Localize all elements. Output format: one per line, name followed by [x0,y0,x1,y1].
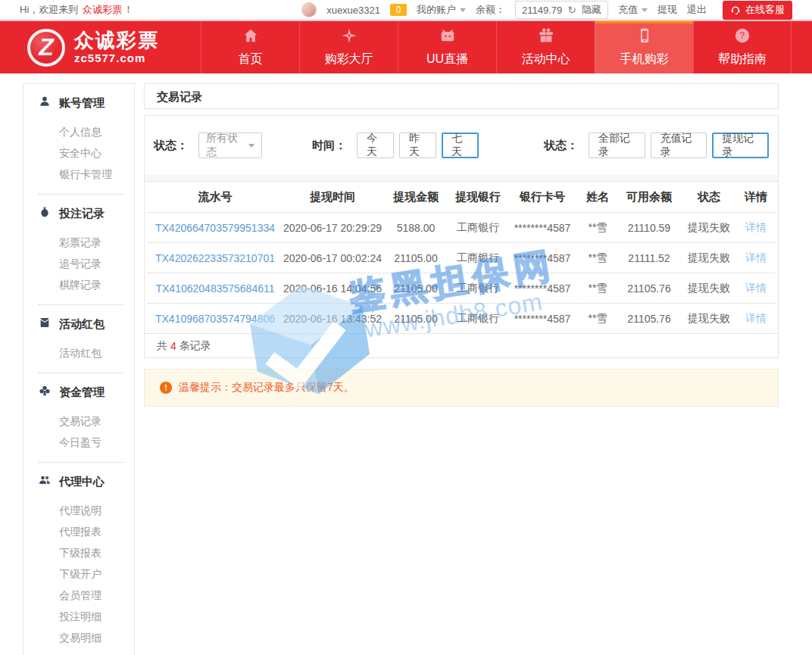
sidebar-item-lottery-records[interactable]: 彩票记录 [39,232,123,253]
refresh-icon[interactable]: ↻ [567,5,576,15]
hide-balance-link[interactable]: 隐藏 [582,3,601,17]
cell-bank: 工商银行 [449,221,507,235]
recharge-menu[interactable]: 充值 [618,3,648,17]
nav-item-uu-live[interactable]: UU直播 [398,21,496,73]
nav-item-help-guide[interactable]: ?帮助指南 [693,21,792,73]
sidebar-section-items: 活动红包 [39,342,123,363]
column-header: 姓名 [578,190,617,204]
sidebar-item-member-manage[interactable]: 会员管理 [39,585,123,606]
cell-time: 2020-06-16 14:04:56 [283,282,383,295]
serial-link[interactable]: TX420664703579951334 [148,222,283,234]
cell-amount: 21105.00 [383,252,449,264]
nav-item-label: 购彩大厅 [325,51,373,67]
my-account-menu[interactable]: 我的账户 [417,3,466,17]
serial-link[interactable]: TX410620483575684611 [148,282,283,295]
brand-name[interactable]: 众诚彩票 [83,4,122,15]
sidebar-item-today-pnl[interactable]: 今日盈亏 [39,432,123,453]
sidebar-item-bet-details[interactable]: 投注明细 [39,606,123,627]
record-count-suffix: 条记录 [180,339,211,353]
sidebar-section-head-account[interactable]: 账号管理 [39,95,123,111]
records-table: 流水号提现时间提现金额提现银行银行卡号姓名可用余额状态详情 TX42066470… [145,182,778,333]
status-select[interactable]: 所有状态 [198,133,262,158]
table-header: 流水号提现时间提现金额提现银行银行卡号姓名可用余额状态详情 [148,182,775,212]
type-filter-withdraw-records[interactable]: 提现记录 [712,133,769,158]
cell-card: ********4587 [507,222,578,234]
sidebar-section-head-redpacket[interactable]: 活动红包 [39,317,123,332]
sidebar-section-items: 交易记录今日盈亏 [39,410,123,453]
logo-title: 众诚彩票 [74,30,159,51]
sidebar-item-transaction-details[interactable]: 交易明细 [39,627,123,648]
message-count-badge[interactable]: 0 [390,4,407,16]
records-panel: 状态： 所有状态 时间： 今天昨天七天 状态： 全部记录充值记录提现记录 流水号… [144,115,779,358]
time-filter-seven-days[interactable]: 七天 [442,133,479,158]
detail-link[interactable]: 详情 [737,251,775,265]
table-row: TX4206647035799513342020-06-17 20:29:295… [148,212,775,242]
cell-status: 提现失败 [681,251,737,265]
detail-link[interactable]: 详情 [737,282,775,295]
column-header: 提现金额 [383,190,449,204]
cell-card: ********4587 [507,313,578,325]
red-envelope-icon [39,317,51,332]
serial-link[interactable]: TX410968703574794806 [148,313,283,325]
sidebar-item-chase-records[interactable]: 追号记录 [39,253,123,274]
cell-bank: 工商银行 [449,251,507,265]
navbar: Z 众诚彩票 zc5577.com 首页购彩大厅UU直播活动中心手机购彩?帮助指… [0,21,812,73]
nav-item-label: UU直播 [426,51,468,67]
home-icon [242,27,259,47]
sidebar-item-subordinate-open[interactable]: 下级开户 [39,563,123,585]
cell-status: 提现失败 [681,312,737,326]
funds-icon [39,385,51,400]
column-header: 提现银行 [449,190,507,204]
sidebar-section-title: 账号管理 [59,96,105,111]
gift-icon [538,27,554,47]
divider [145,175,778,182]
sidebar-section-title: 投注记录 [59,207,105,221]
sidebar-item-agent-report[interactable]: 代理报表 [39,521,123,542]
sidebar-section-head-agent[interactable]: 代理中心 [39,474,123,489]
cell-time: 2020-06-17 20:29:29 [283,222,383,234]
type-filter-label: 状态： [544,139,578,153]
page-title: 交易记录 [144,83,779,109]
sidebar-item-bank-cards[interactable]: 银行卡管理 [39,164,123,185]
nav-item-mobile-lottery[interactable]: 手机购彩 [595,21,693,73]
sidebar-item-transaction-records[interactable]: 交易记录 [39,410,123,432]
nav-item-lottery-hall[interactable]: 购彩大厅 [299,21,398,73]
customer-service-button[interactable]: 在线客服 [723,1,792,20]
filter-bar: 状态： 所有状态 时间： 今天昨天七天 状态： 全部记录充值记录提现记录 [145,116,778,175]
type-filter-all-records[interactable]: 全部记录 [589,133,645,158]
sidebar-item-subordinate-report[interactable]: 下级报表 [39,542,123,563]
sidebar-item-chess-records[interactable]: 棋牌记录 [39,274,123,295]
greeting-prefix: Hi，欢迎来到 [20,4,81,15]
headset-icon [730,5,741,15]
type-filter-recharge-records[interactable]: 充值记录 [651,133,707,158]
serial-link[interactable]: TX420262233573210701 [148,252,283,264]
nav-item-label: 帮助指南 [718,51,767,67]
sidebar-item-agent-intro[interactable]: 代理说明 [39,500,123,521]
nav-item-activity-center[interactable]: 活动中心 [496,21,595,73]
detail-link[interactable]: 详情 [737,221,775,235]
time-filter-yesterday[interactable]: 昨天 [399,133,436,158]
column-header: 提现时间 [283,190,383,204]
sidebar-section-head-funds[interactable]: 资金管理 [39,385,123,400]
logout-link[interactable]: 退出 [687,3,707,17]
sidebar-item-activity-redpacket[interactable]: 活动红包 [39,342,123,363]
cell-amount: 21105.00 [383,313,449,325]
detail-link[interactable]: 详情 [737,312,775,326]
withdraw-link[interactable]: 提现 [657,3,677,17]
sidebar-section-account: 账号管理个人信息安全中心银行卡管理 [39,84,123,195]
table-row: TX4109687035747948062020-06-16 13:43:522… [148,303,775,333]
sidebar-item-security-center[interactable]: 安全中心 [39,142,123,164]
column-header: 银行卡号 [507,190,578,204]
sidebar-section-head-betting[interactable]: 投注记录 [39,206,123,221]
time-filter-today[interactable]: 今天 [357,133,394,158]
column-header: 详情 [737,190,775,204]
cell-bank: 工商银行 [449,312,507,326]
status-select-value: 所有状态 [206,132,245,159]
avatar[interactable] [301,2,317,17]
sidebar-item-personal-info[interactable]: 个人信息 [39,121,123,142]
record-count-prefix: 共 [157,339,167,353]
nav-item-home[interactable]: 首页 [201,21,299,73]
sidebar-section-betting: 投注记录彩票记录追号记录棋牌记录 [39,195,123,305]
nav-item-label: 活动中心 [522,51,570,67]
logo[interactable]: Z 众诚彩票 zc5577.com [0,21,201,73]
